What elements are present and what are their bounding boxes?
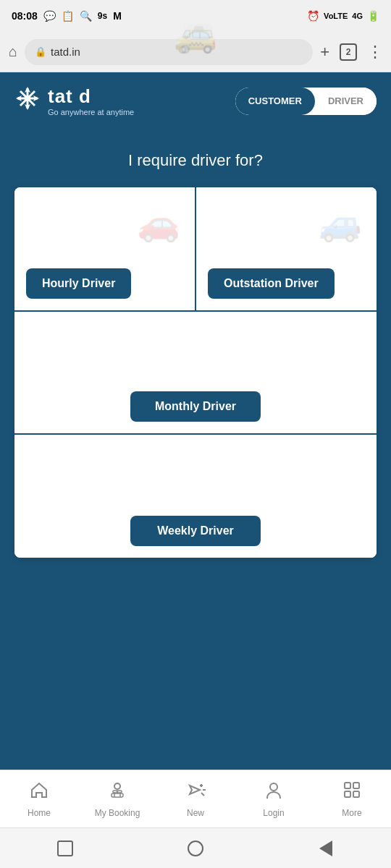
weekly-driver-btn[interactable]: Weekly Driver — [130, 516, 261, 546]
bottom-nav: Home My Booking New — [0, 770, 391, 827]
svg-line-13 — [201, 793, 204, 796]
browser-actions: + 2 ⋮ — [320, 43, 382, 61]
browser-home-icon[interactable]: ⌂ — [9, 43, 17, 60]
android-nav — [0, 827, 391, 868]
logo-icon — [14, 85, 41, 116]
svg-rect-18 — [345, 791, 350, 797]
svg-point-9 — [117, 791, 119, 793]
my-booking-nav-label: My Booking — [95, 808, 140, 818]
url-bar[interactable]: 🔒 tatd.in — [25, 39, 313, 65]
android-back-icon — [319, 841, 332, 856]
customer-toggle-btn[interactable]: CUSTOMER — [235, 88, 315, 115]
tab-count[interactable]: 2 — [340, 43, 357, 61]
svg-rect-19 — [353, 791, 359, 797]
svg-point-4 — [114, 783, 120, 789]
whatsapp-icon: 💬 — [43, 10, 56, 22]
login-nav-label: Login — [263, 808, 284, 818]
car-illustration-outstation: 🚙 — [311, 195, 369, 252]
driver-toggle-btn[interactable]: DRIVER — [315, 88, 377, 115]
app-header: tat d Go anywhere at anytime CUSTOMER DR… — [0, 72, 391, 129]
nav-item-home[interactable]: Home — [0, 780, 78, 818]
nav-item-my-booking[interactable]: My Booking — [78, 780, 156, 818]
hourly-driver-card: 🚗 Hourly Driver — [14, 187, 196, 310]
logo-subtitle: Go anywhere at anytime — [48, 108, 134, 116]
section-title: I require driver for? — [128, 151, 263, 170]
driver-cards-top-row: 🚗 Hourly Driver 🚙 Outstation Driver — [14, 187, 377, 312]
outstation-driver-card: 🚙 Outstation Driver — [196, 187, 377, 310]
weekly-driver-card: 🚐 Weekly Driver — [14, 435, 377, 558]
svg-point-15 — [270, 783, 277, 791]
svg-rect-17 — [353, 783, 359, 788]
network-icon: 4G — [352, 12, 363, 20]
alarm-icon: ⏰ — [307, 10, 319, 22]
signal-icon: VoLTE — [324, 12, 348, 20]
search-icon: 🔍 — [80, 10, 92, 22]
message-icon: 📋 — [62, 10, 74, 22]
my-booking-nav-icon — [107, 780, 127, 805]
android-circle-icon — [188, 841, 203, 856]
more-nav-label: More — [342, 808, 361, 818]
more-nav-icon — [342, 780, 362, 805]
svg-rect-16 — [345, 783, 350, 788]
nav-item-new[interactable]: New — [156, 780, 235, 818]
logo-area: tat d Go anywhere at anytime — [14, 85, 134, 116]
outstation-driver-btn[interactable]: Outstation Driver — [208, 268, 335, 299]
android-square-icon — [57, 841, 73, 856]
logo-title: tat d — [48, 85, 134, 108]
data-icon: 9s — [98, 11, 107, 21]
customer-driver-toggle: CUSTOMER DRIVER — [235, 88, 377, 115]
spacer — [0, 671, 391, 770]
svg-rect-6 — [112, 793, 123, 797]
driver-cards-container: 🚗 Hourly Driver 🚙 Outstation Driver 🚕 Mo… — [14, 187, 377, 558]
new-nav-icon — [185, 780, 206, 805]
android-recents-btn[interactable] — [54, 837, 77, 860]
new-nav-label: New — [187, 808, 204, 818]
login-nav-icon — [264, 780, 284, 805]
android-back-btn[interactable] — [314, 837, 337, 860]
battery-icon: 🔋 — [367, 10, 379, 22]
android-home-btn[interactable] — [184, 837, 207, 860]
home-nav-icon — [29, 780, 49, 805]
hourly-driver-btn[interactable]: Hourly Driver — [26, 268, 131, 299]
url-text: tatd.in — [51, 46, 80, 58]
monthly-driver-card: 🚕 Monthly Driver — [14, 312, 377, 435]
time: 08:08 — [12, 10, 38, 22]
logo-text-area: tat d Go anywhere at anytime — [48, 85, 134, 116]
monthly-driver-btn[interactable]: Monthly Driver — [130, 391, 261, 422]
add-tab-icon[interactable]: + — [320, 43, 329, 61]
browser-menu-icon[interactable]: ⋮ — [367, 43, 382, 61]
lock-icon: 🔒 — [35, 46, 46, 57]
home-nav-label: Home — [28, 808, 51, 818]
main-content: I require driver for? 🚗 Hourly Driver 🚙 … — [0, 129, 391, 671]
svg-marker-10 — [190, 786, 200, 794]
gmail-icon: M — [113, 10, 122, 22]
car-illustration-hourly: 🚗 — [130, 195, 188, 252]
nav-item-more[interactable]: More — [313, 780, 391, 818]
nav-item-login[interactable]: Login — [235, 780, 313, 818]
